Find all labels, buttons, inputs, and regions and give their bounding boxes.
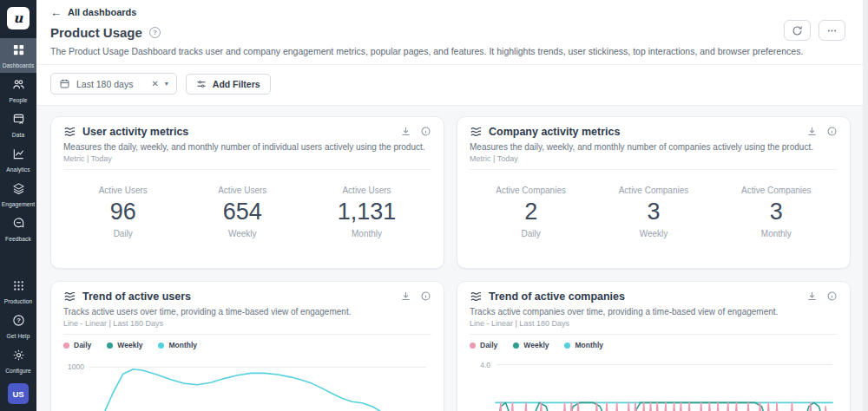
engagement-icon <box>12 182 25 199</box>
sidebar-item-label: Production <box>4 298 33 304</box>
active-companies-trend-chart[interactable]: 4.02.0 <box>470 354 838 411</box>
metric-label: Active Users <box>218 186 266 195</box>
metric-weekly-active-companies: Active Companies 3 Weekly <box>619 186 689 238</box>
metric-daily-active-users: Active Users 96 Daily <box>99 186 148 238</box>
legend-item-weekly[interactable]: Weekly <box>513 341 549 349</box>
date-range-filter[interactable]: Last 180 days ✕ ▾ <box>50 73 177 95</box>
legend-dot-daily <box>63 342 69 349</box>
metric-label: Active Users <box>99 186 148 195</box>
sidebar-item-people[interactable]: People <box>0 73 36 108</box>
add-filters-button[interactable]: Add Filters <box>186 74 271 95</box>
sidebar-item-production[interactable]: Production <box>0 274 36 309</box>
card-meta: Line - Linear | Last 180 Days <box>470 319 838 335</box>
legend-item-monthly[interactable]: Monthly <box>564 341 603 349</box>
sidebar-item-label: Data <box>12 132 24 138</box>
download-icon[interactable] <box>806 290 818 302</box>
legend-label: Weekly <box>117 341 142 349</box>
legend-dot-monthly <box>158 342 164 349</box>
metric-value: 96 <box>99 199 148 225</box>
app-logo[interactable]: u <box>7 7 30 29</box>
svg-text:?: ? <box>16 316 21 324</box>
more-options-button[interactable] <box>819 20 845 41</box>
legend-label: Daily <box>74 341 91 349</box>
metric-value: 3 <box>741 199 812 225</box>
legend-item-weekly[interactable]: Weekly <box>107 341 142 349</box>
card-trend-active-companies: Trend of active companies Tracks active … <box>457 281 851 411</box>
scrollbar-track[interactable] <box>863 0 868 411</box>
clear-date-filter-icon[interactable]: ✕ <box>151 79 158 88</box>
title-help-icon[interactable]: ? <box>149 27 161 38</box>
sidebar-item-label: People <box>9 97 27 103</box>
more-options-icon <box>826 25 838 36</box>
sidebar: u Dashboards People Data Analytics Engag… <box>0 0 36 411</box>
legend-label: Weekly <box>523 341 549 349</box>
card-title: Trend of active companies <box>489 290 625 303</box>
analytics-icon <box>12 147 25 164</box>
sidebar-item-label: Engagement <box>2 201 35 207</box>
sidebar-item-get-help[interactable]: ? Get Help <box>0 309 36 343</box>
main-area: ← All dashboards Product Usage ? The Pro… <box>36 0 868 411</box>
back-to-dashboards-link[interactable]: ← All dashboards <box>50 7 136 17</box>
card-title: Trend of active users <box>82 290 191 303</box>
info-icon[interactable] <box>826 126 838 137</box>
sidebar-item-label: Configure <box>5 368 31 374</box>
active-users-trend-chart[interactable]: 1000900 <box>63 354 431 411</box>
dashboards-icon <box>12 43 25 60</box>
legend-item-daily[interactable]: Daily <box>63 341 91 349</box>
back-label: All dashboards <box>68 7 136 17</box>
card-description: Tracks active users over time, providing… <box>63 307 431 316</box>
sidebar-item-configure[interactable]: Configure <box>0 343 36 378</box>
refresh-button[interactable] <box>784 20 811 41</box>
legend-dot-weekly <box>513 342 519 349</box>
sidebar-item-data[interactable]: Data <box>0 108 36 142</box>
metric-label: Active Companies <box>619 186 689 195</box>
add-filters-label: Add Filters <box>213 79 260 89</box>
sidebar-item-analytics[interactable]: Analytics <box>0 142 36 177</box>
svg-text:1000: 1000 <box>68 362 84 371</box>
production-icon <box>12 279 25 296</box>
legend-label: Monthly <box>575 341 603 349</box>
user-avatar[interactable]: US <box>8 383 29 404</box>
filters-icon <box>196 79 207 89</box>
download-icon[interactable] <box>400 290 411 302</box>
card-trend-active-users: Trend of active users Tracks active user… <box>50 281 444 411</box>
metric-value: 2 <box>496 199 566 225</box>
sidebar-item-feedback[interactable]: Feedback <box>0 212 36 246</box>
metric-period: Weekly <box>218 229 266 238</box>
people-icon <box>12 78 25 95</box>
metric-period: Daily <box>99 229 148 238</box>
svg-text:4.0: 4.0 <box>480 361 490 369</box>
info-icon[interactable] <box>420 126 431 137</box>
date-filter-caret-icon[interactable]: ▾ <box>165 80 168 88</box>
metric-value: 654 <box>218 199 266 225</box>
sidebar-item-dashboards[interactable]: Dashboards <box>0 38 36 73</box>
page-title: Product Usage <box>50 25 142 40</box>
download-icon[interactable] <box>806 126 818 137</box>
refresh-icon <box>792 25 803 36</box>
legend-item-daily[interactable]: Daily <box>470 341 497 349</box>
metric-value: 1,131 <box>338 199 397 225</box>
legend-label: Daily <box>480 341 497 349</box>
info-icon[interactable] <box>826 290 838 302</box>
metric-monthly-active-companies: Active Companies 3 Monthly <box>741 186 812 238</box>
download-icon[interactable] <box>400 126 411 137</box>
info-icon[interactable] <box>420 290 431 302</box>
dashboard-grid: User activity metrics Measures the daily… <box>36 106 868 411</box>
card-meta: Metric | Today <box>470 154 838 170</box>
legend-label: Monthly <box>168 341 197 349</box>
back-arrow-icon: ← <box>50 8 62 17</box>
sidebar-item-engagement[interactable]: Engagement <box>0 177 36 212</box>
legend-dot-monthly <box>564 342 570 349</box>
metric-label: Active Companies <box>741 186 812 195</box>
card-user-activity-metrics: User activity metrics Measures the daily… <box>50 116 444 269</box>
trend-chart-icon <box>470 291 483 303</box>
metric-label: Active Users <box>338 186 397 195</box>
metric-chart-icon <box>470 127 483 138</box>
sidebar-item-label: Dashboards <box>3 62 35 68</box>
metric-monthly-active-users: Active Users 1,131 Monthly <box>338 186 397 238</box>
legend-item-monthly[interactable]: Monthly <box>158 341 197 349</box>
legend-dot-daily <box>470 342 476 349</box>
date-range-value: Last 180 days <box>76 79 133 89</box>
page-header: ← All dashboards Product Usage ? The Pro… <box>36 0 868 65</box>
filter-bar: Last 180 days ✕ ▾ Add Filters <box>36 65 868 106</box>
